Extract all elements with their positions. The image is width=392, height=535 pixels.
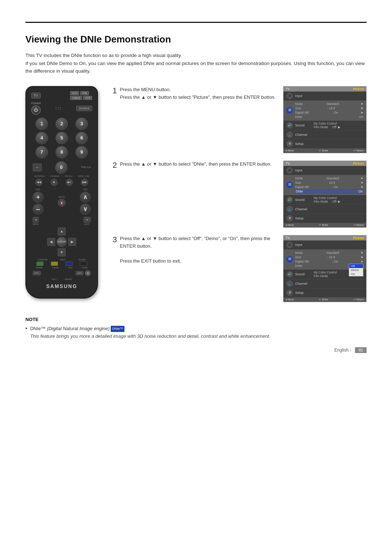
mts-srs-row: MTS SRS xyxy=(33,270,91,276)
btn-9[interactable]: 9 xyxy=(75,146,88,158)
ff-btn[interactable]: ▶▶ xyxy=(81,179,88,186)
sound-label-2: Sound xyxy=(295,198,311,202)
blue-btn[interactable] xyxy=(65,262,73,266)
dvd-btn[interactable]: DVD xyxy=(70,91,79,95)
top-divider xyxy=(25,22,367,23)
color-btn-row xyxy=(33,262,91,266)
menu-setup-row-2: ⚙ Setup xyxy=(283,214,366,223)
menu-sound-row-2: 🔊 Sound My Color Control Film Mode : Off… xyxy=(283,195,366,205)
btn-1[interactable]: 1 xyxy=(36,118,48,130)
submenu-dnr-2: Digital NR : On ▶ xyxy=(295,185,363,189)
exit-btn[interactable]: ↪ EXIT xyxy=(83,217,91,225)
btn-6[interactable]: 6 xyxy=(75,132,88,144)
sound-icon-3: 🔊 xyxy=(286,271,293,277)
exit-icon: ↪ xyxy=(83,217,91,223)
note-dnie-text: DNIe™ (Digital Natural Image engine) xyxy=(30,326,111,331)
prech-label: PRE-CH xyxy=(81,166,91,169)
yellow-btn[interactable] xyxy=(51,262,58,266)
ch-up-btn[interactable]: ∧ xyxy=(80,192,91,203)
btn-4[interactable]: 4 xyxy=(36,132,48,144)
sound-extras-1: My Color Control Film Mode : Off ▶ xyxy=(314,122,363,129)
page-title: Viewing the DNIe Demonstration xyxy=(25,34,367,45)
btn-0[interactable]: 0 xyxy=(55,161,68,174)
dnie-badge: DNIe™ xyxy=(111,326,124,332)
dpad-up[interactable]: ▲ xyxy=(58,227,66,235)
footer-return-3: ↩ Return xyxy=(354,298,364,301)
tv-screen-1: TV Picture ⬛ Input 🖼 xyxy=(283,86,367,153)
power-button[interactable]: ⏻ xyxy=(31,105,41,115)
input-label-1: Input xyxy=(295,94,311,98)
btn-5[interactable]: 5 xyxy=(56,132,68,144)
step-1-number: 1 xyxy=(113,86,117,96)
dot2 xyxy=(58,107,59,108)
channel-icon-3: 📺 xyxy=(286,280,293,287)
tv-menu-body-3: ⬛ Input 🖼 Mode : Standard ▶ xyxy=(283,240,366,297)
step-2-number: 2 xyxy=(113,161,117,170)
source-button[interactable]: SOURCE xyxy=(76,106,92,111)
setup-icon-1: ⚙ xyxy=(286,141,293,147)
mute-button[interactable]: 🔇 xyxy=(58,199,66,207)
play-pause-btn[interactable]: ▶II xyxy=(66,179,73,186)
note-bullet: • DNIe™ (Digital Natural Image engine) D… xyxy=(25,325,367,340)
black-btn[interactable] xyxy=(80,262,87,266)
dropdown-demo: Demo xyxy=(349,268,363,272)
samsung-logo: SAMSUNG xyxy=(31,283,92,289)
mts-btn[interactable]: MTS xyxy=(33,271,41,275)
sound-extras-2: My Color Control Film Mode : Off ▶ xyxy=(314,196,363,203)
main-content: TV DVD STB CABLE VCR xyxy=(25,86,367,302)
menu-btn[interactable]: ≡ MENU xyxy=(33,217,39,225)
footer-move-3: ♦ Move xyxy=(286,298,294,301)
submenu-size-1: Size : 16:9 ▶ xyxy=(295,106,363,110)
chmgr-label: CH.MGR xyxy=(50,175,59,177)
sound-label-3: Sound xyxy=(295,272,311,276)
btn-2[interactable]: 2 xyxy=(56,118,68,130)
cable-btn[interactable]: CABLE xyxy=(70,96,82,100)
sound-icon-2: 🔊 xyxy=(286,196,293,203)
tv-footer-1: ♦ Move ↵ Enter ↩ Return xyxy=(283,149,366,153)
power-source-row: POWER ⏻ SOURCE xyxy=(31,102,92,115)
menu-sound-row-1: 🔊 Sound My Color Control Film Mode : Off… xyxy=(283,121,366,130)
dot1 xyxy=(56,107,57,108)
srs-btn[interactable]: SRS xyxy=(75,271,83,275)
btn-8[interactable]: 8 xyxy=(56,146,68,158)
dpad-enter[interactable]: ENTER xyxy=(57,237,67,247)
tv-header-right-2: Picture xyxy=(353,162,364,165)
tv-label-btn[interactable]: TV xyxy=(31,93,41,98)
setup-icon-3: ⚙ xyxy=(286,289,293,296)
btn-3[interactable]: 3 xyxy=(75,118,88,130)
step-2-row: 2 Press the ▲ or ▼ button to select "DNI… xyxy=(113,161,367,228)
power-section: POWER ⏻ xyxy=(31,102,41,115)
dpad-right[interactable]: ▶ xyxy=(68,238,76,246)
setup-icon-2: ⚙ xyxy=(286,215,293,222)
dpad-down[interactable]: ▼ xyxy=(58,248,66,256)
tv-header-left-2: TV xyxy=(286,162,290,165)
channel-label-1: Channel xyxy=(295,133,311,137)
footer-enter-1: ↵ Enter xyxy=(319,149,328,152)
dot5 xyxy=(58,109,59,110)
input-label-2: Input xyxy=(295,169,311,172)
green-btn[interactable] xyxy=(36,262,44,266)
circle-btn[interactable] xyxy=(85,270,91,276)
dropdown-off: Off xyxy=(349,264,363,268)
vol-up-btn[interactable]: + xyxy=(33,192,44,203)
vcr-btn[interactable]: VCR xyxy=(83,96,92,100)
info-label: INFO xyxy=(60,259,65,261)
vol-down-btn[interactable]: – xyxy=(33,204,44,215)
page-footer: English - 65 xyxy=(334,347,367,353)
ch-down-btn[interactable]: ∨ xyxy=(80,204,91,215)
btn-7[interactable]: 7 xyxy=(36,146,48,158)
picture-icon-2: 🖼 xyxy=(286,182,293,188)
step-2-text: 2 Press the ▲ or ▼ button to select "DNI… xyxy=(113,161,276,170)
pmode-label: P.MODE xyxy=(36,267,43,269)
stop-btn[interactable]: ■ xyxy=(50,179,58,186)
tv-screen-3: TV Picture ⬛ Input 🖼 Mode xyxy=(283,235,367,302)
intro-line2: If you set DNIe Demo to On, you can view… xyxy=(25,61,365,74)
dpad-left[interactable]: ◀ xyxy=(47,238,55,246)
rew-btn[interactable]: ◀◀ xyxy=(35,179,42,186)
mute-label: MUTE xyxy=(59,196,65,198)
dpad-container: ▲ ▼ ◀ ▶ ENTER xyxy=(31,227,92,256)
menu-icon: ≡ xyxy=(33,217,39,223)
set-reset-row: ○SET ○RESET xyxy=(31,278,92,280)
dash-button[interactable]: – xyxy=(33,163,42,171)
stb-btn[interactable]: STB xyxy=(80,91,89,95)
